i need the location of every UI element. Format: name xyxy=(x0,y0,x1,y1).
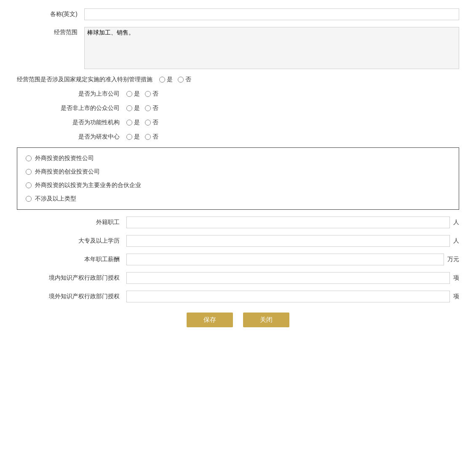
foreign-employees-unit: 人 xyxy=(453,219,459,226)
ipu-yes-label[interactable]: 是 xyxy=(134,104,140,112)
domestic-ip-row: 境内知识产权行政部门授权 项 xyxy=(17,272,459,284)
annual-salary-row: 本年职工薪酬 万元 xyxy=(17,254,459,265)
is-rd-center-no[interactable]: 否 xyxy=(145,133,158,141)
is-public-unlisted-row: 是否非上市的公众公司 是 否 xyxy=(17,104,459,112)
college-above-input-wrapper: 人 xyxy=(126,235,459,247)
foreign-ip-input-wrapper: 项 xyxy=(126,291,459,302)
is-listed-yes[interactable]: 是 xyxy=(126,90,140,98)
is-rd-center-radio-group: 是 否 xyxy=(126,133,158,141)
foreign-employees-input-wrapper: 人 xyxy=(126,216,459,228)
foreign-employees-label: 外籍职工 xyxy=(17,219,126,226)
irc-yes-label[interactable]: 是 xyxy=(134,133,140,141)
name-en-label: 各称(英文) xyxy=(17,11,84,18)
business-scope-row: 经营范围 棒球加工、销售。 xyxy=(17,27,459,69)
is-listed-label: 是否为上市公司 xyxy=(17,90,126,98)
domestic-ip-input[interactable] xyxy=(126,272,450,284)
business-scope-special-row: 经营范围是否涉及国家规定实施的准入特别管理措施 是 否 xyxy=(17,76,459,83)
button-row: 保存 关闭 xyxy=(17,313,459,327)
is-functional-radio-group: 是 否 xyxy=(126,119,158,126)
foreign-employees-row: 外籍职工 人 xyxy=(17,216,459,228)
investment-type-2-label[interactable]: 外商投资的创业投资公司 xyxy=(35,168,100,176)
business-scope-special-no[interactable]: 否 xyxy=(178,76,191,83)
is-rd-center-label: 是否为研发中心 xyxy=(17,133,126,141)
investment-types-box: 外商投资的投资性公司 外商投资的创业投资公司 外商投资的以投资为主要业务的合伙企… xyxy=(17,147,459,210)
name-en-row: 各称(英文) xyxy=(17,8,459,20)
is-functional-yes[interactable]: 是 xyxy=(126,119,140,126)
is-functional-label: 是否为功能性机构 xyxy=(17,119,126,126)
annual-salary-input-wrapper: 万元 xyxy=(126,254,459,265)
investment-type-3-label[interactable]: 外商投资的以投资为主要业务的合伙企业 xyxy=(35,182,141,189)
is-functional-no[interactable]: 否 xyxy=(145,119,158,126)
is-functional-row: 是否为功能性机构 是 否 xyxy=(17,119,459,126)
business-scope-special-radio-group: 是 否 xyxy=(159,76,191,83)
investment-type-3[interactable]: 外商投资的以投资为主要业务的合伙企业 xyxy=(26,182,450,189)
close-button[interactable]: 关闭 xyxy=(243,313,289,327)
is-listed-row: 是否为上市公司 是 否 xyxy=(17,90,459,98)
save-button[interactable]: 保存 xyxy=(187,313,233,327)
is-listed-no[interactable]: 否 xyxy=(145,90,158,98)
foreign-ip-unit: 项 xyxy=(453,293,459,300)
is-public-unlisted-no[interactable]: 否 xyxy=(145,104,158,112)
if-yes-label[interactable]: 是 xyxy=(134,119,140,126)
form-container: 各称(英文) 经营范围 棒球加工、销售。 经营范围是否涉及国家规定实施的准入特别… xyxy=(17,8,459,327)
annual-salary-label: 本年职工薪酬 xyxy=(17,256,126,263)
investment-type-4-label[interactable]: 不涉及以上类型 xyxy=(35,195,76,203)
is-public-unlisted-label: 是否非上市的公众公司 xyxy=(17,104,126,112)
college-above-row: 大专及以上学历 人 xyxy=(17,235,459,247)
bss-no-label[interactable]: 否 xyxy=(185,76,191,83)
domestic-ip-label: 境内知识产权行政部门授权 xyxy=(17,274,126,282)
business-scope-label: 经营范围 xyxy=(17,27,84,36)
college-above-unit: 人 xyxy=(453,237,459,245)
annual-salary-unit: 万元 xyxy=(447,256,459,263)
investment-type-1-label[interactable]: 外商投资的投资性公司 xyxy=(35,155,94,162)
foreign-employees-input[interactable] xyxy=(126,216,450,228)
investment-type-2[interactable]: 外商投资的创业投资公司 xyxy=(26,168,450,176)
domestic-ip-input-wrapper: 项 xyxy=(126,272,459,284)
business-scope-special-label: 经营范围是否涉及国家规定实施的准入特别管理措施 xyxy=(17,76,159,83)
foreign-ip-label: 境外知识产权行政部门授权 xyxy=(17,293,126,300)
foreign-ip-row: 境外知识产权行政部门授权 项 xyxy=(17,291,459,302)
ipu-no-label[interactable]: 否 xyxy=(152,104,158,112)
is-listed-radio-group: 是 否 xyxy=(126,90,158,98)
annual-salary-input[interactable] xyxy=(126,254,444,265)
business-scope-special-yes[interactable]: 是 xyxy=(159,76,173,83)
business-scope-textarea[interactable]: 棒球加工、销售。 xyxy=(84,27,459,69)
il-yes-label[interactable]: 是 xyxy=(134,90,140,98)
is-public-unlisted-yes[interactable]: 是 xyxy=(126,104,140,112)
is-public-unlisted-radio-group: 是 否 xyxy=(126,104,158,112)
foreign-ip-input[interactable] xyxy=(126,291,450,302)
is-rd-center-yes[interactable]: 是 xyxy=(126,133,140,141)
bss-yes-label[interactable]: 是 xyxy=(167,76,173,83)
il-no-label[interactable]: 否 xyxy=(152,90,158,98)
name-en-input[interactable] xyxy=(84,8,459,20)
investment-type-4[interactable]: 不涉及以上类型 xyxy=(26,195,450,203)
investment-type-1[interactable]: 外商投资的投资性公司 xyxy=(26,155,450,162)
is-rd-center-row: 是否为研发中心 是 否 xyxy=(17,133,459,141)
irc-no-label[interactable]: 否 xyxy=(152,133,158,141)
college-above-label: 大专及以上学历 xyxy=(17,237,126,245)
domestic-ip-unit: 项 xyxy=(453,274,459,282)
college-above-input[interactable] xyxy=(126,235,450,247)
if-no-label[interactable]: 否 xyxy=(152,119,158,126)
